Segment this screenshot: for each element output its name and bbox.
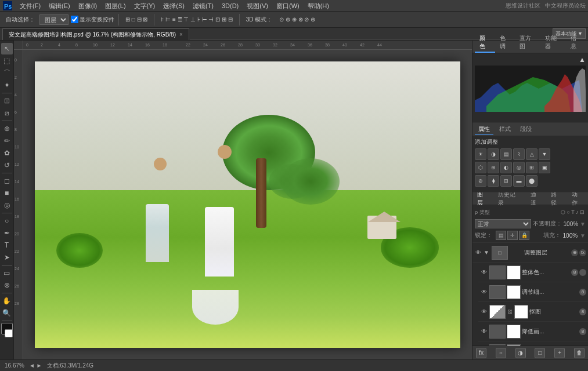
layer-eye-kotu[interactable]: 👁 [480, 308, 488, 316]
menu-filter[interactable]: 滤镜(T) [189, 0, 217, 12]
adj-icon-gradient-map[interactable]: ▬ [513, 175, 525, 187]
menu-edit[interactable]: 编辑(E) [45, 0, 74, 12]
menu-select[interactable]: 选择(S) [160, 0, 188, 12]
layer-footer-new[interactable]: + [554, 348, 565, 358]
menu-help[interactable]: 帮助(H) [304, 0, 333, 12]
adj-tab-style[interactable]: 样式 [496, 124, 514, 134]
layer-item-kotu[interactable]: 👁 ⛓ 抠图 8 [478, 302, 588, 322]
tool-crop[interactable]: ⊡ [1, 95, 13, 107]
tool-lasso[interactable]: ⌒ [1, 67, 13, 79]
active-tab[interactable]: 安文超高端修图培训构图.psd @ 16.7% (构图和修饰示物, RGB/8)… [2, 28, 189, 40]
adj-icon-bw[interactable]: ◐ [500, 162, 512, 173]
menu-image[interactable]: 图像(I) [75, 0, 100, 12]
tool-stamp[interactable]: ✿ [1, 147, 13, 159]
layer-eye-tiaoxi[interactable]: 👁 [480, 288, 488, 296]
adj-icon-levels[interactable]: ▤ [500, 148, 512, 160]
tool-slice[interactable]: ⧄ [1, 107, 13, 119]
tool-shape[interactable]: ▭ [1, 267, 13, 279]
opacity-arrow[interactable]: ▼ [580, 221, 586, 227]
layer-name-jiangh: 降低画... [522, 328, 544, 334]
tool-hand[interactable]: ✋ [1, 295, 13, 307]
options-bar: 自动选择： 图层 组 显示变换控件 ⊞ □ ⊟ ⊠ ⊧ ⊨ ≡ ≣ ⊤ ⊥ ⊦ … [0, 12, 588, 28]
adj-icon-selective[interactable]: ⬤ [526, 175, 538, 187]
tool-eraser[interactable]: ◻ [1, 175, 13, 187]
tool-select-rect[interactable]: ⬚ [1, 55, 13, 67]
tool-pen[interactable]: ✒ [1, 227, 13, 239]
layer-item-tiaoxi[interactable]: 👁 调节细... 8 [478, 282, 588, 302]
show-transform-checkbox[interactable] [71, 16, 78, 23]
layer-footer-adj[interactable]: ◑ [515, 348, 526, 358]
histogram-arrow[interactable]: ▲ [579, 56, 586, 64]
adj-tab-props[interactable]: 属性 [475, 124, 493, 135]
lock-pixels-btn[interactable]: ▤ [496, 231, 506, 240]
tool-path-select[interactable]: ➤ [1, 252, 13, 263]
tool-history-brush[interactable]: ↺ [1, 159, 13, 171]
layer-footer-fx[interactable]: fx [476, 348, 486, 358]
show-transform-label[interactable]: 显示变换控件 [71, 16, 114, 24]
layer-eye-zhengtise[interactable]: 👁 [480, 268, 488, 277]
adj-icon-colorbalance[interactable]: ⊕ [488, 162, 499, 173]
layer-eye-group[interactable]: 👁 [474, 249, 482, 257]
tab-histogram[interactable]: 直方图 [515, 33, 540, 53]
adj-icon-hue[interactable]: ⬡ [475, 162, 486, 173]
tool-bg-color[interactable] [5, 329, 13, 337]
tab-color[interactable]: 颜色 [475, 33, 495, 53]
layer-select-dropdown[interactable]: 图层 组 [39, 14, 68, 25]
menu-layer[interactable]: 图层(L) [102, 0, 129, 12]
tool-magic-wand[interactable]: ✦ [1, 79, 13, 91]
menu-view[interactable]: 视图(V) [243, 0, 272, 12]
adj-icon-channelmix[interactable]: ⊞ [526, 162, 538, 173]
menu-text[interactable]: 文字(Y) [131, 0, 159, 12]
svg-text:30: 30 [255, 43, 260, 47]
adj-icon-invert[interactable]: ⊘ [475, 175, 486, 187]
tool-dodge[interactable]: ○ [1, 215, 13, 227]
layer-item-group[interactable]: 👁 ▼ □ 调整图层 ⊕ fx [472, 243, 588, 263]
tool-spot-heal[interactable]: ⊕ [1, 123, 13, 134]
menu-window[interactable]: 窗口(W) [273, 0, 303, 12]
layer-footer-mask[interactable]: ○ [496, 348, 506, 358]
tool-gradient[interactable]: ■ [1, 187, 13, 199]
tool-zoom[interactable]: 🔍 [1, 307, 13, 319]
adj-icon-exposure[interactable]: △ [526, 148, 538, 160]
tab-info[interactable]: 信息 [566, 33, 586, 53]
menu-3d[interactable]: 3D(D) [218, 0, 242, 12]
group-arrow[interactable]: ▼ [484, 249, 489, 256]
menu-file[interactable]: 文件(F) [16, 0, 44, 12]
adj-icon-contrast[interactable]: ◑ [488, 148, 499, 160]
opacity-label: 不透明度： [533, 220, 562, 228]
adj-tab-seg[interactable]: 段段 [517, 124, 535, 134]
layer-footer-group[interactable]: □ [535, 348, 545, 358]
layer-item-zhengtise[interactable]: 👁 整体色... 8 [478, 263, 588, 282]
layer-footer-delete[interactable]: 🗑 [574, 348, 585, 358]
adj-icon-curves[interactable]: ⌇ [513, 148, 525, 160]
tool-brush[interactable]: ✏ [1, 135, 13, 147]
lock-position-btn[interactable]: ✛ [507, 231, 518, 240]
tab-functioner[interactable]: 功能器 [540, 33, 566, 53]
adj-icon-posterize[interactable]: ⧫ [488, 175, 499, 187]
tool-move[interactable]: ↖ [1, 43, 13, 54]
svg-text:40: 40 [342, 43, 347, 47]
tool-blur[interactable]: ◎ [1, 199, 13, 211]
svg-text:10: 10 [15, 145, 19, 149]
layer-eye-jiangh[interactable]: 👁 [480, 328, 488, 336]
lock-all-btn[interactable]: 🔒 [519, 231, 529, 240]
layer-item-tijm[interactable]: 👁 提加明... 8 [478, 341, 588, 345]
tab-tone[interactable]: 色调 [495, 33, 515, 53]
tab-close[interactable]: × [179, 31, 183, 38]
layer-info-group: 调整图层 [524, 249, 570, 257]
adj-icon-threshold[interactable]: ⊟ [500, 175, 512, 187]
adj-icon-colorlookup[interactable]: ▣ [539, 162, 550, 173]
canvas-area-wrapper: 0 2 4 8 10 12 14 16 18 22 24 26 28 30 [14, 41, 472, 359]
fill-arrow[interactable]: ▼ [580, 232, 586, 239]
tool-3d[interactable]: ⊗ [1, 279, 13, 291]
adj-icon-photofilter[interactable]: ◎ [513, 162, 525, 173]
nav-arrows[interactable]: ◄ ► [29, 362, 42, 369]
blend-mode-select[interactable]: 正常 溶解 正片叠底 [475, 219, 531, 228]
app-logo: Ps [2, 1, 13, 11]
kotu-link: ⛓ [507, 309, 513, 315]
layer-item-jiangh[interactable]: 👁 降低画... 8 [478, 322, 588, 341]
adj-icon-vibrance[interactable]: ▼ [539, 148, 550, 160]
tool-text[interactable]: T [1, 239, 13, 251]
adj-icon-brightness[interactable]: ☀ [475, 148, 486, 160]
tool-sep-4 [2, 213, 12, 213]
